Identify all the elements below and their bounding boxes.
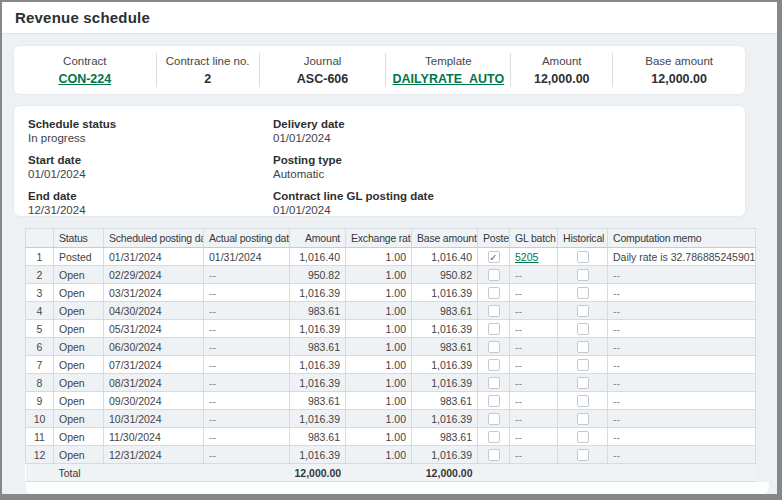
base-amount-cell: 1,016.39 [412, 356, 478, 374]
delivery-date-value: 01/01/2024 [273, 131, 731, 145]
posted-checkbox[interactable] [488, 359, 500, 371]
gl-batch-cell: -- [510, 446, 558, 464]
status-cell: Open [54, 374, 104, 392]
posted-checkbox[interactable]: ✓ [488, 251, 500, 263]
summary-field-contract: Contract CON-224 [14, 46, 156, 94]
exchange-rate-cell: 1.00 [346, 446, 412, 464]
contract-line-gl-posting-date-label: Contract line GL posting date [273, 189, 731, 203]
scheduled-posting-date-cell: 02/29/2024 [104, 266, 204, 284]
col-header-rownum [26, 229, 54, 248]
template-link[interactable]: DAILYRATE_AUTO [393, 72, 505, 86]
historical-checkbox[interactable] [577, 413, 589, 425]
schedule-grid: Status Scheduled posting date Actual pos… [25, 228, 777, 495]
actual-posting-date-cell: -- [204, 410, 290, 428]
historical-checkbox[interactable] [577, 323, 589, 335]
historical-checkbox[interactable] [577, 395, 589, 407]
computation-memo-cell: -- [608, 392, 756, 410]
historical-cell [558, 302, 608, 320]
schedule-status-value: In progress [28, 131, 273, 145]
amount-cell: 950.82 [290, 266, 346, 284]
amount-label: Amount [542, 55, 582, 67]
col-header-gl-batch: GL batch [510, 229, 558, 248]
base-amount-label: Base amount [645, 55, 713, 67]
col-header-posted: Posted [478, 229, 510, 248]
table-row: 12 Open 12/31/2024 -- 1,016.39 1.00 1,01… [26, 446, 756, 464]
actual-posting-date-cell: -- [204, 428, 290, 446]
page-title: Revenue schedule [15, 9, 150, 26]
contract-link[interactable]: CON-224 [58, 72, 111, 86]
amount-value: 12,000.00 [534, 72, 590, 86]
posted-checkbox[interactable] [488, 431, 500, 443]
actual-posting-date-cell: 01/31/2024 [204, 248, 290, 266]
base-amount-cell: 983.61 [412, 338, 478, 356]
amount-cell: 983.61 [290, 392, 346, 410]
status-cell: Posted [54, 248, 104, 266]
posted-checkbox[interactable] [488, 413, 500, 425]
total-base-amount: 12,000.00 [412, 464, 478, 482]
col-header-amount: Amount [290, 229, 346, 248]
base-amount-cell: 950.82 [412, 266, 478, 284]
scheduled-posting-date-cell: 08/31/2024 [104, 374, 204, 392]
contract-line-label: Contract line no. [166, 55, 250, 67]
posted-checkbox[interactable] [488, 395, 500, 407]
historical-checkbox[interactable] [577, 341, 589, 353]
exchange-rate-cell: 1.00 [346, 410, 412, 428]
row-number: 6 [26, 338, 54, 356]
gl-batch-cell: -- [510, 374, 558, 392]
total-empty-cell [478, 464, 756, 482]
status-cell: Open [54, 428, 104, 446]
computation-memo-cell: -- [608, 284, 756, 302]
actual-posting-date-cell: -- [204, 302, 290, 320]
historical-checkbox[interactable] [577, 305, 589, 317]
posted-cell [478, 392, 510, 410]
posted-cell [478, 446, 510, 464]
exchange-rate-cell: 1.00 [346, 266, 412, 284]
historical-checkbox[interactable] [577, 449, 589, 461]
posted-checkbox[interactable] [488, 449, 500, 461]
grid-footer-strip [26, 482, 769, 495]
scheduled-posting-date-cell: 06/30/2024 [104, 338, 204, 356]
start-date-label: Start date [28, 153, 273, 167]
historical-checkbox[interactable] [577, 377, 589, 389]
historical-checkbox[interactable] [577, 359, 589, 371]
posted-cell [478, 410, 510, 428]
table-row: 2 Open 02/29/2024 -- 950.82 1.00 950.82 … [26, 266, 756, 284]
title-bar: Revenue schedule [2, 2, 777, 34]
posted-cell [478, 356, 510, 374]
historical-checkbox[interactable] [577, 251, 589, 263]
summary-field-base-amount: Base amount 12,000.00 [613, 46, 745, 94]
summary-card: Contract CON-224 Contract line no. 2 Jou… [13, 45, 746, 95]
posted-checkbox[interactable] [488, 341, 500, 353]
posted-checkbox[interactable] [488, 305, 500, 317]
gl-batch-link[interactable]: 5205 [515, 251, 538, 263]
historical-cell [558, 248, 608, 266]
posted-checkbox[interactable] [488, 269, 500, 281]
computation-memo-cell: -- [608, 266, 756, 284]
scheduled-posting-date-cell: 05/31/2024 [104, 320, 204, 338]
gl-batch-cell: -- [510, 284, 558, 302]
row-number: 12 [26, 446, 54, 464]
historical-cell [558, 284, 608, 302]
historical-checkbox[interactable] [577, 269, 589, 281]
posted-checkbox[interactable] [488, 323, 500, 335]
row-number: 3 [26, 284, 54, 302]
posted-checkbox[interactable] [488, 377, 500, 389]
row-number: 2 [26, 266, 54, 284]
status-cell: Open [54, 446, 104, 464]
amount-cell: 1,016.39 [290, 374, 346, 392]
table-header-row: Status Scheduled posting date Actual pos… [26, 229, 756, 248]
exchange-rate-cell: 1.00 [346, 248, 412, 266]
col-header-status: Status [54, 229, 104, 248]
gl-batch-cell: -- [510, 410, 558, 428]
col-header-base-amount: Base amount [412, 229, 478, 248]
computation-memo-cell: -- [608, 446, 756, 464]
row-number: 9 [26, 392, 54, 410]
revenue-schedule-window: Revenue schedule Contract CON-224 Contra… [0, 0, 782, 500]
historical-checkbox[interactable] [577, 287, 589, 299]
base-amount-value: 12,000.00 [651, 72, 707, 86]
historical-checkbox[interactable] [577, 431, 589, 443]
historical-cell [558, 392, 608, 410]
actual-posting-date-cell: -- [204, 266, 290, 284]
posted-checkbox[interactable] [488, 287, 500, 299]
historical-cell [558, 428, 608, 446]
